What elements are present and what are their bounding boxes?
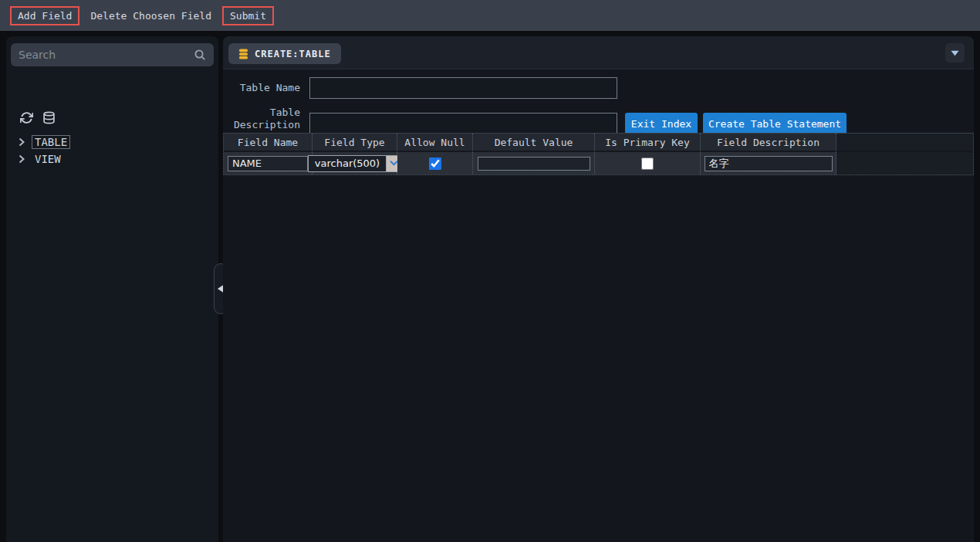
- column-header: Default Value: [473, 134, 595, 151]
- sidebar-icon-row: [20, 111, 56, 124]
- tree-item-view[interactable]: VIEW: [17, 151, 69, 168]
- search-box: [11, 43, 214, 66]
- search-icon: [194, 49, 214, 61]
- default-value-input[interactable]: [478, 157, 590, 171]
- table-name-input[interactable]: [309, 77, 617, 99]
- field-row: varchar(500): [224, 151, 973, 174]
- allow-null-checkbox[interactable]: [429, 158, 441, 170]
- submit-button[interactable]: Submit: [222, 6, 274, 25]
- app-window: Add Field Delete Choosen Field Submit: [0, 0, 980, 542]
- tree-item-label[interactable]: TABLE: [32, 136, 69, 148]
- field-type-select[interactable]: varchar(500): [308, 155, 401, 172]
- table-name-label: Table Name: [223, 82, 300, 93]
- tab-list-dropdown-button[interactable]: [945, 43, 965, 63]
- column-header: Field Name: [224, 134, 313, 151]
- refresh-icon[interactable]: [20, 111, 33, 124]
- tab-create-table[interactable]: CREATE:TABLE: [228, 43, 341, 64]
- fields-table: Field Name Field Type Allow Null Default…: [223, 133, 974, 175]
- column-header: Is Primary Key: [595, 134, 701, 151]
- database-icon: [238, 49, 248, 59]
- database-icon[interactable]: [42, 111, 56, 124]
- tab-strip: CREATE:TABLE: [223, 36, 974, 69]
- tree-item-table[interactable]: TABLE: [17, 134, 69, 151]
- chevron-down-icon: [951, 50, 959, 56]
- add-field-button[interactable]: Add Field: [10, 6, 79, 25]
- field-name-input[interactable]: [228, 156, 308, 171]
- column-header: Allow Null: [397, 134, 473, 151]
- table-description-label: Table Description: [223, 107, 300, 131]
- create-table-statement-button[interactable]: Create Table Statement: [703, 113, 847, 134]
- search-input[interactable]: [11, 49, 194, 61]
- sidebar: TABLE VIEW: [6, 36, 218, 542]
- column-header: Field Description: [701, 134, 836, 151]
- column-header-filler: [836, 134, 973, 151]
- field-description-input[interactable]: [705, 156, 833, 171]
- object-tree: TABLE VIEW: [17, 134, 69, 168]
- main-panel: CREATE:TABLE Table Name Table Descriptio…: [223, 36, 974, 542]
- fields-table-header: Field Name Field Type Allow Null Default…: [224, 134, 973, 151]
- chevron-right-icon[interactable]: [17, 136, 29, 148]
- field-type-value: varchar(500): [309, 156, 386, 171]
- delete-choosen-field-button[interactable]: Delete Choosen Field: [90, 10, 211, 22]
- row-filler: [836, 151, 973, 174]
- is-primary-key-checkbox[interactable]: [641, 158, 654, 170]
- chevron-right-icon[interactable]: [17, 153, 29, 165]
- toolbar: Add Field Delete Choosen Field Submit: [0, 0, 980, 31]
- tab-label: CREATE:TABLE: [255, 49, 331, 59]
- column-header: Field Type: [313, 134, 397, 151]
- exit-index-button[interactable]: Exit Index: [625, 113, 698, 134]
- tree-item-label[interactable]: VIEW: [32, 153, 63, 165]
- table-description-input[interactable]: [309, 113, 617, 134]
